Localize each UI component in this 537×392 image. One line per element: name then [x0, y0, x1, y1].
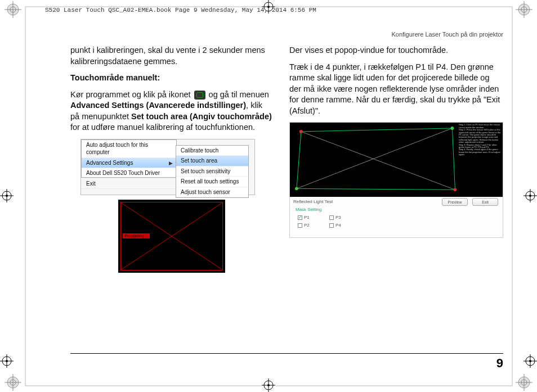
- svg-point-35: [529, 360, 531, 362]
- context-menu-screenshot: Auto adjust touch for this computer Adva…: [80, 139, 255, 195]
- submenu-item: Calibrate touch: [176, 146, 248, 156]
- menu-item: About Dell S520 Touch Driver: [82, 168, 176, 179]
- svg-line-55: [301, 132, 455, 190]
- paragraph: Træk i de 4 punkter, i rækkefølgen P1 ti…: [289, 62, 503, 117]
- page-number: 9: [496, 356, 503, 371]
- section-title: Konfigurere Laser Touch på din projektor: [391, 31, 503, 38]
- crop-mark-icon: [0, 354, 14, 368]
- calibration-instruction-text: Step 1: Click on P1 then move the mouse …: [459, 124, 503, 156]
- svg-line-56: [297, 128, 453, 188]
- preview-button: Preview: [442, 198, 468, 206]
- panel-title: Reflected Light Test: [293, 199, 333, 205]
- page-rule: [70, 353, 503, 354]
- touch-area-screenshot: Step 1: Click on P1 then move the mouse …: [289, 122, 503, 238]
- svg-point-58: [450, 127, 454, 130]
- submenu-item: Set touch sensitivity: [176, 166, 248, 177]
- paragraph: Kør programmet og klik på ikonet og gå t…: [70, 89, 272, 133]
- registration-target-icon: [516, 1, 532, 18]
- svg-point-23: [6, 195, 8, 197]
- submenu-item-highlighted: Set touch area: [176, 156, 248, 166]
- svg-marker-54: [297, 128, 455, 190]
- svg-point-43: [267, 384, 270, 386]
- panel-subtitle: Mask Setting: [296, 207, 321, 213]
- crop-mark-icon: [523, 189, 537, 202]
- exit-button: Exit: [472, 198, 498, 206]
- menu-item-highlighted: Advanced Settings▶: [82, 158, 176, 169]
- paragraph: punkt i kalibreringen, skal du vente i 2…: [70, 45, 272, 67]
- touch-setup-icon: [194, 91, 205, 100]
- checkbox-p4: P4: [329, 223, 341, 229]
- crop-mark-icon: [262, 379, 275, 392]
- processing-label: Processing...: [123, 233, 150, 238]
- svg-point-27: [529, 195, 531, 197]
- svg-point-57: [299, 130, 303, 133]
- submenu-item: Reset all touch settings: [176, 177, 248, 187]
- crop-mark-icon: [523, 354, 537, 368]
- checkbox-p2: P2: [298, 223, 310, 229]
- chevron-right-icon: ▶: [169, 160, 173, 166]
- document-header: S520 Laser Touch QSC_A02-EMEA.book Page …: [45, 7, 316, 13]
- right-column: Der vises et popop-vindue for touchområd…: [289, 45, 503, 273]
- left-column: punkt i kalibreringen, skal du vente i 2…: [70, 45, 272, 273]
- checkbox-p3: P3: [329, 215, 341, 221]
- registration-target-icon: [5, 374, 21, 391]
- submenu-item: Adjust touch sensor: [176, 187, 248, 198]
- subheading: Touchområde manuelt:: [70, 73, 272, 84]
- processing-screenshot: Processing...: [118, 200, 225, 273]
- registration-target-icon: [5, 1, 21, 18]
- menu-item: Exit: [82, 179, 176, 190]
- svg-point-31: [6, 360, 8, 362]
- registration-target-icon: [516, 374, 532, 391]
- svg-point-59: [453, 188, 457, 192]
- paragraph: Der vises et popop-vindue for touchområd…: [289, 45, 503, 56]
- crop-mark-icon: [0, 189, 14, 202]
- checkbox-p1: P1: [298, 215, 310, 221]
- menu-item: Auto adjust touch for this computer: [82, 140, 176, 158]
- svg-point-60: [295, 187, 298, 191]
